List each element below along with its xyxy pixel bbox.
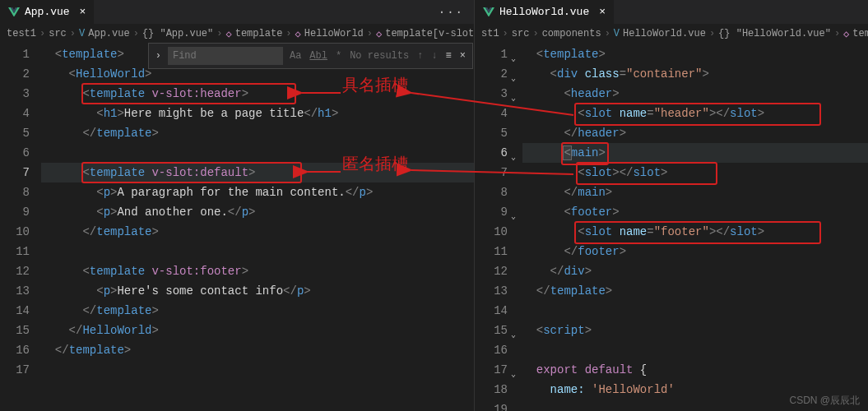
- editor-left[interactable]: 12 34 56 78 910 1112 1314 1516 17 <templ…: [0, 43, 474, 411]
- fold-icon[interactable]: ⌄: [511, 69, 516, 89]
- breadcrumb-right[interactable]: st1› src› components› VHelloWorld.vue› {…: [475, 25, 868, 43]
- code-left[interactable]: <template> <HelloWorld> <template v-slot…: [41, 43, 474, 411]
- code-right[interactable]: ⌄ <template> ⌄ <div class="container"> ⌄…: [522, 43, 868, 411]
- fold-icon[interactable]: ⌄: [511, 365, 516, 385]
- more-icon[interactable]: ···: [429, 6, 474, 19]
- tab-label: App.vue: [25, 6, 70, 18]
- tab-bar-left: App.vue × ···: [0, 0, 474, 25]
- prev-match-button[interactable]: ↑: [415, 48, 425, 63]
- gutter-left: 12 34 56 78 910 1112 1314 1516 17: [0, 43, 41, 411]
- selection-icon[interactable]: ≡: [444, 48, 453, 63]
- next-match-button[interactable]: ↓: [429, 48, 439, 63]
- chevron-icon[interactable]: ›: [154, 48, 163, 63]
- breadcrumb-left[interactable]: test1› src› VApp.vue› {} "App.vue"› ◇tem…: [0, 25, 474, 43]
- watermark: CSDN @辰辰北: [789, 394, 860, 408]
- fold-icon[interactable]: ⌄: [511, 326, 516, 345]
- tab-bar-right: HelloWorld.vue ×: [475, 0, 868, 25]
- tab-app-vue[interactable]: App.vue ×: [0, 0, 94, 25]
- regex-button[interactable]: *: [334, 48, 343, 63]
- vue-icon: [8, 7, 20, 17]
- fold-icon[interactable]: ⌄: [511, 207, 516, 227]
- tab-label: HelloWorld.vue: [499, 6, 589, 18]
- close-icon[interactable]: ×: [80, 6, 86, 18]
- whole-word-button[interactable]: Abl: [308, 48, 329, 63]
- find-input[interactable]: [168, 47, 283, 65]
- close-icon[interactable]: ×: [599, 6, 606, 18]
- fold-icon[interactable]: ⌄: [511, 89, 516, 109]
- vue-icon: [483, 7, 494, 17]
- match-case-button[interactable]: Aa: [288, 48, 303, 63]
- fold-icon[interactable]: ⌄: [511, 148, 516, 168]
- tab-helloworld-vue[interactable]: HelloWorld.vue ×: [475, 0, 614, 25]
- find-results: No results: [348, 48, 411, 63]
- fold-icon[interactable]: ⌄: [511, 49, 516, 69]
- find-bar: › Aa Abl * No results ↑ ↓ ≡ ×: [148, 43, 473, 69]
- editor-right[interactable]: 12 34 56 78 910 1112 1314 1516 1718 19 ⌄…: [475, 43, 868, 411]
- close-icon[interactable]: ×: [458, 48, 467, 63]
